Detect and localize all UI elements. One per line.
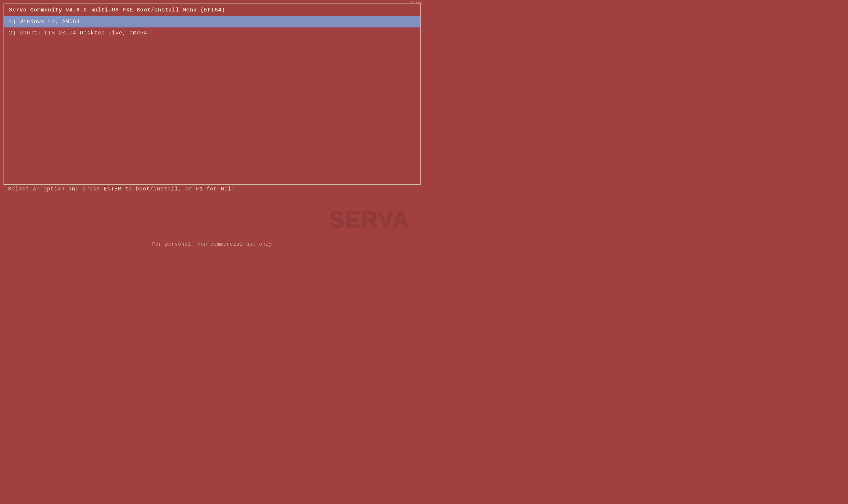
serva-watermark: SERVA <box>329 206 409 232</box>
menu-title: Serva Community v4.6.0 multi-OS PXE Boot… <box>4 4 420 16</box>
menu-list: 1) Windows 10, AMD64 2) Ubuntu LTS 20.04… <box>4 16 420 39</box>
menu-item-windows[interactable]: 1) Windows 10, AMD64 <box>4 16 420 28</box>
boot-menu-container: Serva Community v4.6.0 multi-OS PXE Boot… <box>3 3 421 185</box>
status-bar: Select an option and press ENTER to boot… <box>0 181 424 197</box>
menu-item-ubuntu[interactable]: 2) Ubuntu LTS 20.04 Desktop Live, amd64 <box>4 28 420 39</box>
footer-text: For personal, non-commercial use only <box>0 241 424 247</box>
